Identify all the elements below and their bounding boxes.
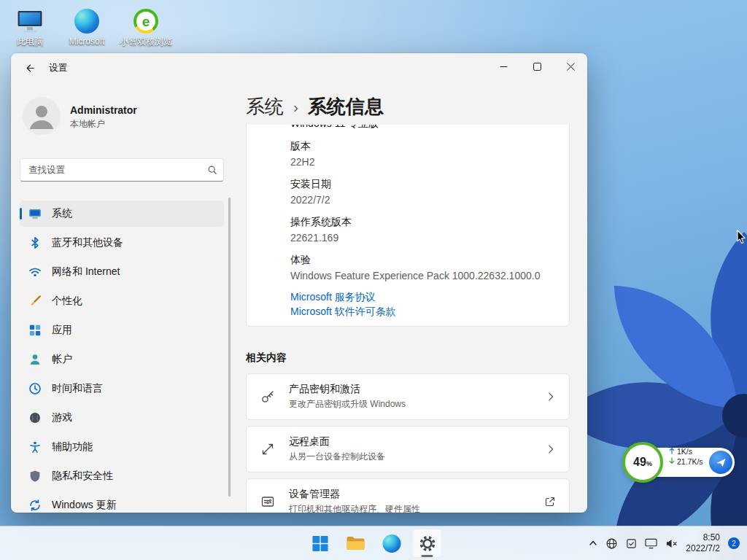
clock-icon xyxy=(28,382,42,395)
field-value: 2022/7/2 xyxy=(290,193,557,206)
active-app-indicator xyxy=(422,555,433,557)
field-label: 体验 xyxy=(290,253,557,266)
sidebar-item-accounts[interactable]: 帐户 xyxy=(20,346,224,373)
sidebar-item-label: 网络和 Internet xyxy=(52,265,120,279)
field-value: 22621.169 xyxy=(290,231,557,244)
breadcrumb-separator-icon: › xyxy=(293,97,298,116)
sidebar-item-gaming[interactable]: 游戏 xyxy=(20,405,224,431)
edge-taskbar-button[interactable] xyxy=(377,529,406,558)
selected-indicator xyxy=(20,208,22,219)
field-value: Windows Feature Experience Pack 1000.226… xyxy=(290,269,557,282)
volume-mute-icon[interactable] xyxy=(665,538,678,549)
sidebar-item-label: 游戏 xyxy=(52,411,72,424)
sidebar-item-system[interactable]: 系统 xyxy=(20,201,224,227)
related-content-heading: 相关内容 xyxy=(246,351,570,365)
desktop-icon-microsoft-edge[interactable]: Microsoft xyxy=(58,6,115,47)
search-input[interactable] xyxy=(20,158,224,182)
card-subtitle: 从另一台设备控制此设备 xyxy=(289,451,385,463)
minimize-button[interactable] xyxy=(487,53,520,79)
memory-percent-ball[interactable]: 49% xyxy=(622,442,663,483)
gear-icon xyxy=(417,532,438,553)
sidebar-item-label: 系统 xyxy=(52,207,72,220)
mouse-cursor xyxy=(737,230,747,248)
taskbar: 8:50 2022/7/2 2 xyxy=(0,526,747,560)
language-globe-icon[interactable] xyxy=(605,537,618,550)
sidebar-item-network[interactable]: 网络和 Internet xyxy=(20,259,224,285)
software-license-link[interactable]: Microsoft 软件许可条款 xyxy=(290,304,396,319)
sidebar: Administrator 本地帐户 xyxy=(11,82,231,513)
settings-taskbar-button[interactable] xyxy=(413,529,442,558)
display-tray-icon[interactable] xyxy=(645,538,657,549)
key-icon xyxy=(260,389,276,404)
security-check-icon[interactable] xyxy=(626,538,637,549)
sidebar-item-accessibility[interactable]: 辅助功能 xyxy=(20,434,224,460)
person-icon xyxy=(28,353,42,366)
shield-icon xyxy=(28,470,42,483)
device-manager-card[interactable]: 设备管理器 打印机和其他驱动程序、硬件属性 xyxy=(246,478,570,513)
clipped-edition-line: Windows 11 专业版 xyxy=(290,125,557,131)
chevron-right-icon xyxy=(546,444,556,454)
clock[interactable]: 8:50 2022/7/2 xyxy=(686,532,720,554)
upload-arrow-icon xyxy=(669,446,675,456)
brush-icon xyxy=(28,295,42,308)
desktop-icon-this-pc[interactable]: 此电脑 xyxy=(1,6,58,47)
sidebar-item-bluetooth[interactable]: 蓝牙和其他设备 xyxy=(20,230,224,256)
network-speeds: 1K/s 21.7K/s xyxy=(669,446,703,467)
card-subtitle: 打印机和其他驱动程序、硬件属性 xyxy=(289,503,420,513)
update-arrows-icon xyxy=(28,499,42,512)
system-icon xyxy=(28,207,42,220)
this-pc-icon xyxy=(16,6,44,34)
sidebar-scrollbar[interactable] xyxy=(228,198,231,497)
back-button[interactable] xyxy=(17,57,42,79)
start-button[interactable] xyxy=(306,529,335,558)
desktop-icon-xiaozhi-browser[interactable]: e 小智双核浏览 xyxy=(114,6,178,47)
field-label: 安装日期 xyxy=(290,177,557,190)
avatar xyxy=(23,97,61,138)
accessibility-icon xyxy=(28,440,42,454)
sidebar-item-time-language[interactable]: 时间和语言 xyxy=(20,376,224,402)
breadcrumb-parent[interactable]: 系统 xyxy=(246,94,284,120)
sidebar-item-privacy[interactable]: 隐私和安全性 xyxy=(20,463,224,489)
card-title: 远程桌面 xyxy=(289,435,385,448)
sidebar-item-label: 隐私和安全性 xyxy=(52,470,113,483)
account-type: 本地帐户 xyxy=(70,118,137,131)
settings-window: 设置 xyxy=(11,53,587,513)
sidebar-item-label: 应用 xyxy=(52,324,72,337)
time: 8:50 xyxy=(686,532,720,543)
sidebar-item-label: 帐户 xyxy=(52,353,72,366)
notification-badge[interactable]: 2 xyxy=(728,537,740,549)
titlebar: 设置 xyxy=(11,53,587,82)
desktop-icon-label: Microsoft xyxy=(69,37,105,47)
maximize-button[interactable] xyxy=(520,53,554,79)
boost-button[interactable] xyxy=(709,451,732,474)
wifi-icon xyxy=(28,265,42,279)
bluetooth-icon xyxy=(28,236,42,249)
user-name: Administrator xyxy=(70,104,137,116)
chevron-right-icon xyxy=(546,392,556,402)
sidebar-item-windows-update[interactable]: Windows 更新 xyxy=(20,492,224,513)
sidebar-item-label: 个性化 xyxy=(52,295,82,308)
breadcrumb: 系统 › 系统信息 xyxy=(246,94,570,119)
xiaozhi-browser-icon: e xyxy=(133,9,158,34)
apps-grid-icon xyxy=(28,324,42,337)
date: 2022/7/2 xyxy=(686,543,720,554)
sidebar-item-apps[interactable]: 应用 xyxy=(20,317,224,343)
windows-spec-card: Windows 11 专业版 版本 22H2 安装日期 2022/7/2 操作系… xyxy=(246,125,570,327)
close-button[interactable] xyxy=(554,53,587,79)
remote-desktop-card[interactable]: 远程桌面 从另一台设备控制此设备 xyxy=(246,426,570,472)
download-arrow-icon xyxy=(669,456,675,467)
product-key-card[interactable]: 产品密钥和激活 更改产品密钥或升级 Windows xyxy=(246,373,570,420)
memory-percent: 49 xyxy=(633,456,646,468)
field-value: 22H2 xyxy=(290,155,557,168)
file-explorer-button[interactable] xyxy=(341,529,371,558)
download-speed: 21.7K/s xyxy=(677,456,703,467)
sidebar-item-personalization[interactable]: 个性化 xyxy=(20,288,224,314)
card-title: 设备管理器 xyxy=(289,488,420,501)
edge-browser-icon xyxy=(74,9,99,34)
upload-speed: 1K/s xyxy=(677,446,692,456)
page-title: 系统信息 xyxy=(308,94,384,120)
show-hidden-icons-button[interactable] xyxy=(589,539,597,548)
user-profile[interactable]: Administrator 本地帐户 xyxy=(23,97,221,138)
search-icon xyxy=(207,165,217,178)
services-agreement-link[interactable]: Microsoft 服务协议 xyxy=(290,289,376,304)
